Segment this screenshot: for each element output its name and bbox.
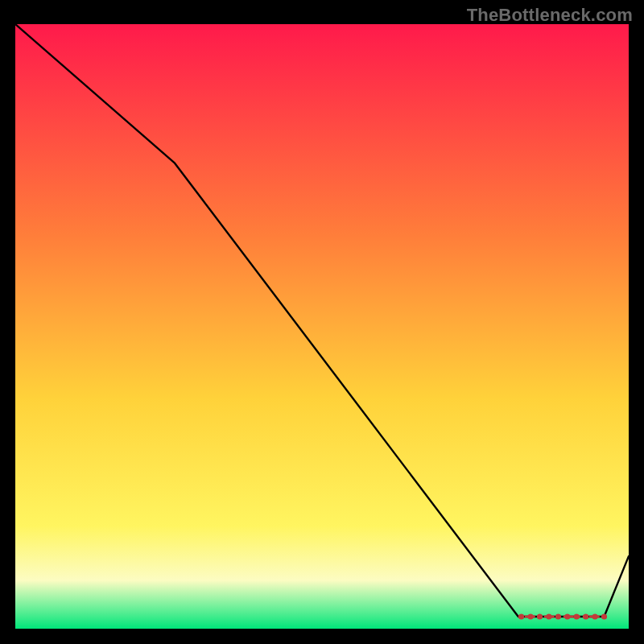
optimal-marker [528, 613, 534, 619]
optimal-marker [546, 613, 551, 619]
optimal-marker [564, 613, 570, 619]
optimal-marker [518, 613, 524, 619]
gradient-background [15, 24, 629, 629]
chart-container: TheBottleneck.com [0, 0, 644, 644]
watermark-text: TheBottleneck.com [467, 5, 633, 26]
optimal-marker [592, 613, 598, 619]
optimal-marker [601, 613, 607, 619]
optimal-marker [537, 613, 543, 619]
bottleneck-plot [15, 24, 629, 629]
plot-area [15, 24, 629, 629]
optimal-marker [574, 613, 580, 619]
optimal-marker [555, 613, 561, 619]
optimal-marker [583, 613, 588, 619]
